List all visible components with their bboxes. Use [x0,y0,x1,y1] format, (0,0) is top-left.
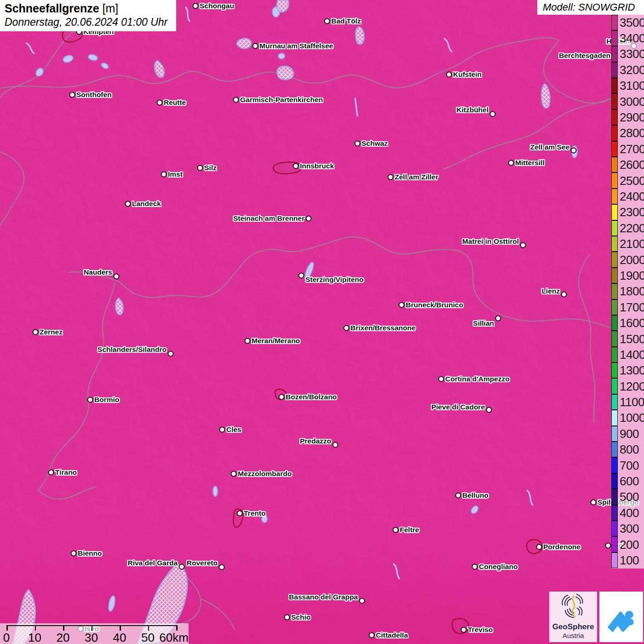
city-label: Sterzing/Vipiteno [305,276,363,284]
legend-color-swatch [611,172,618,188]
city-label: Zernez [40,328,63,336]
legend-color-swatch [611,426,618,442]
geosphere-logo: GeoSphere Austria [549,592,597,642]
geosphere-logo-country: Austria [549,632,597,639]
legend-row: 1200 [611,379,644,394]
scale-bar-label: 0 [3,631,10,644]
legend-color-swatch [611,157,618,172]
legend-value-label: 700 [620,459,639,473]
legend-color-swatch [611,521,618,536]
city-dot [71,551,77,557]
legend-row: 2200 [611,220,644,236]
city-dot [69,92,75,98]
city-label: Sillian [473,319,494,328]
city-dot [561,292,567,298]
city-dot [446,72,452,78]
legend-row: 1700 [611,299,644,315]
map-title: Schneefallgrenze [m] [5,2,172,15]
city-dot [536,544,542,550]
legend-value-label: 300 [620,522,639,536]
legend-value-label: 2000 [620,253,644,267]
legend-value-label: 3400 [620,31,644,46]
city-dot [33,329,39,335]
scale-bar-tick [120,625,121,631]
legend-value-label: 600 [620,474,639,489]
city-dot [520,242,526,248]
legend-row: 1900 [611,268,644,283]
legend-color-swatch [611,347,618,362]
legend-color-swatch [611,536,618,552]
legend-value-label: 1500 [620,332,644,346]
avalanche-logo [599,592,643,642]
legend-row: 300 [611,521,644,537]
scale-bar-tick [176,625,178,631]
legend-row: 2400 [611,189,644,204]
city-dot [157,100,163,106]
legend-row: 600 [611,473,644,489]
legend-color-swatch [611,236,618,252]
legend-color-swatch [611,141,618,157]
city-dot [438,376,444,382]
legend-color-swatch [611,473,618,489]
city-label: Landeck [132,200,161,208]
city-dot [495,316,501,322]
city-dot [490,111,496,117]
legend-row: 3300 [611,46,644,62]
city-label: Bienno [78,549,102,558]
legend-value-label: 400 [620,506,639,520]
city-label: Reutte [164,98,186,107]
legend-value-label: 1100 [620,395,644,409]
legend-row: 100 [611,552,644,568]
legend-row: 700 [611,458,644,473]
city-dot [197,165,203,171]
legend-color-swatch [611,15,618,30]
city-label: Berchtesgaden [559,52,610,60]
city-label: Bormio [94,396,119,404]
city-dot [253,43,259,49]
legend-value-label: 800 [620,443,639,457]
city-dot [306,216,312,222]
city-label: Conegliano [479,563,518,571]
city-dot [233,97,239,103]
legend-row: 3400 [611,30,644,46]
legend-row: 3200 [611,62,644,78]
city-dot [344,325,350,331]
legend-value-label: 3300 [620,47,644,61]
geosphere-swirl-icon [559,592,587,620]
city-label: Belluno [462,491,489,500]
legend-row: 2600 [611,157,644,173]
city-label: Zell am Ziller [395,173,438,181]
city-label: Meran/Merano [252,337,300,345]
legend-colorbar: 3500340033003200310030002900280027002600… [611,15,644,569]
legend-value-label: 2700 [620,142,644,156]
city-dot [293,163,299,169]
legend-color-swatch [611,220,618,236]
legend-row: 3000 [611,94,644,109]
legend-color-swatch [611,109,618,125]
legend-value-label: 3000 [620,95,644,109]
city-dot [605,543,611,549]
legend-color-swatch [611,442,618,457]
legend-value-label: 100 [620,553,639,568]
legend-value-label: 1700 [620,300,644,315]
legend-row: 1300 [611,363,644,379]
legend-value-label: 1000 [620,411,644,425]
legend-row: 2500 [611,173,644,189]
legend-value-label: 2500 [620,174,644,188]
city-label: Nauders [84,268,112,276]
city-label: Schio [291,613,310,621]
city-label: Mittersill [515,159,545,167]
legend-value-label: 2600 [620,158,644,172]
legend-row: 2800 [611,126,644,141]
city-dot [455,493,461,499]
city-dot [48,470,54,476]
legend-value-label: 1600 [620,316,644,330]
city-dot [324,18,330,24]
legend-color-swatch [611,283,618,299]
city-label: Riva del Garda [127,559,178,567]
scale-bar-tick [6,625,8,631]
city-label: Schwaz [362,139,388,148]
legend-color-swatch [611,62,618,78]
legend-value-label: 3100 [620,79,644,93]
city-dot [231,471,237,477]
